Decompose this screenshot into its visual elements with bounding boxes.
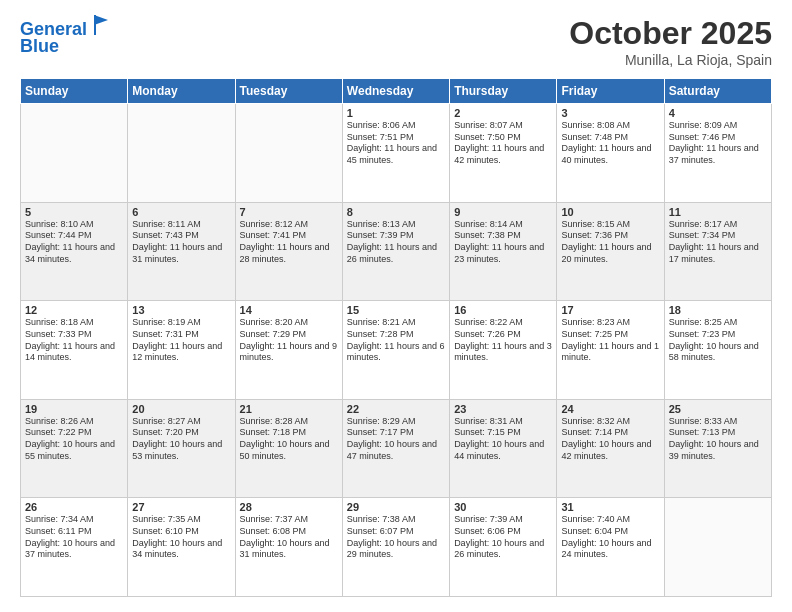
day-info: Sunrise: 8:25 AM Sunset: 7:23 PM Dayligh… <box>669 317 767 364</box>
calendar-cell: 24Sunrise: 8:32 AM Sunset: 7:14 PM Dayli… <box>557 399 664 498</box>
day-number: 5 <box>25 206 123 218</box>
day-number: 15 <box>347 304 445 316</box>
svg-rect-1 <box>94 15 96 35</box>
calendar-cell <box>664 498 771 597</box>
calendar-cell: 22Sunrise: 8:29 AM Sunset: 7:17 PM Dayli… <box>342 399 449 498</box>
day-info: Sunrise: 8:32 AM Sunset: 7:14 PM Dayligh… <box>561 416 659 463</box>
day-info: Sunrise: 8:18 AM Sunset: 7:33 PM Dayligh… <box>25 317 123 364</box>
title-block: October 2025 Munilla, La Rioja, Spain <box>569 15 772 68</box>
svg-marker-0 <box>94 15 108 25</box>
calendar-table: Sunday Monday Tuesday Wednesday Thursday… <box>20 78 772 597</box>
day-number: 7 <box>240 206 338 218</box>
day-info: Sunrise: 7:35 AM Sunset: 6:10 PM Dayligh… <box>132 514 230 561</box>
day-info: Sunrise: 8:06 AM Sunset: 7:51 PM Dayligh… <box>347 120 445 167</box>
day-number: 28 <box>240 501 338 513</box>
week-row-1: 1Sunrise: 8:06 AM Sunset: 7:51 PM Daylig… <box>21 104 772 203</box>
day-info: Sunrise: 8:12 AM Sunset: 7:41 PM Dayligh… <box>240 219 338 266</box>
day-info: Sunrise: 8:26 AM Sunset: 7:22 PM Dayligh… <box>25 416 123 463</box>
header-thursday: Thursday <box>450 79 557 104</box>
calendar-cell: 3Sunrise: 8:08 AM Sunset: 7:48 PM Daylig… <box>557 104 664 203</box>
calendar-cell: 21Sunrise: 8:28 AM Sunset: 7:18 PM Dayli… <box>235 399 342 498</box>
calendar-cell: 13Sunrise: 8:19 AM Sunset: 7:31 PM Dayli… <box>128 301 235 400</box>
day-info: Sunrise: 8:14 AM Sunset: 7:38 PM Dayligh… <box>454 219 552 266</box>
day-number: 30 <box>454 501 552 513</box>
calendar-title: October 2025 <box>569 15 772 52</box>
day-number: 6 <box>132 206 230 218</box>
day-info: Sunrise: 8:31 AM Sunset: 7:15 PM Dayligh… <box>454 416 552 463</box>
header-sunday: Sunday <box>21 79 128 104</box>
day-number: 13 <box>132 304 230 316</box>
calendar-cell: 25Sunrise: 8:33 AM Sunset: 7:13 PM Dayli… <box>664 399 771 498</box>
logo: General Blue <box>20 15 114 57</box>
day-number: 23 <box>454 403 552 415</box>
day-number: 18 <box>669 304 767 316</box>
day-number: 4 <box>669 107 767 119</box>
day-info: Sunrise: 8:29 AM Sunset: 7:17 PM Dayligh… <box>347 416 445 463</box>
day-number: 20 <box>132 403 230 415</box>
day-info: Sunrise: 8:10 AM Sunset: 7:44 PM Dayligh… <box>25 219 123 266</box>
day-number: 31 <box>561 501 659 513</box>
day-number: 1 <box>347 107 445 119</box>
day-info: Sunrise: 8:22 AM Sunset: 7:26 PM Dayligh… <box>454 317 552 364</box>
day-number: 25 <box>669 403 767 415</box>
day-info: Sunrise: 7:40 AM Sunset: 6:04 PM Dayligh… <box>561 514 659 561</box>
week-row-2: 5Sunrise: 8:10 AM Sunset: 7:44 PM Daylig… <box>21 202 772 301</box>
header-monday: Monday <box>128 79 235 104</box>
day-info: Sunrise: 7:38 AM Sunset: 6:07 PM Dayligh… <box>347 514 445 561</box>
week-row-5: 26Sunrise: 7:34 AM Sunset: 6:11 PM Dayli… <box>21 498 772 597</box>
calendar-cell: 19Sunrise: 8:26 AM Sunset: 7:22 PM Dayli… <box>21 399 128 498</box>
day-number: 26 <box>25 501 123 513</box>
day-number: 14 <box>240 304 338 316</box>
page: General Blue October 2025 Munilla, La Ri… <box>0 0 792 612</box>
calendar-cell: 15Sunrise: 8:21 AM Sunset: 7:28 PM Dayli… <box>342 301 449 400</box>
calendar-cell: 31Sunrise: 7:40 AM Sunset: 6:04 PM Dayli… <box>557 498 664 597</box>
day-number: 27 <box>132 501 230 513</box>
header: General Blue October 2025 Munilla, La Ri… <box>20 15 772 68</box>
calendar-cell: 28Sunrise: 7:37 AM Sunset: 6:08 PM Dayli… <box>235 498 342 597</box>
calendar-cell: 2Sunrise: 8:07 AM Sunset: 7:50 PM Daylig… <box>450 104 557 203</box>
day-info: Sunrise: 7:37 AM Sunset: 6:08 PM Dayligh… <box>240 514 338 561</box>
header-wednesday: Wednesday <box>342 79 449 104</box>
calendar-cell: 14Sunrise: 8:20 AM Sunset: 7:29 PM Dayli… <box>235 301 342 400</box>
header-friday: Friday <box>557 79 664 104</box>
calendar-cell: 4Sunrise: 8:09 AM Sunset: 7:46 PM Daylig… <box>664 104 771 203</box>
day-info: Sunrise: 8:21 AM Sunset: 7:28 PM Dayligh… <box>347 317 445 364</box>
calendar-cell: 9Sunrise: 8:14 AM Sunset: 7:38 PM Daylig… <box>450 202 557 301</box>
calendar-cell: 29Sunrise: 7:38 AM Sunset: 6:07 PM Dayli… <box>342 498 449 597</box>
calendar-cell: 16Sunrise: 8:22 AM Sunset: 7:26 PM Dayli… <box>450 301 557 400</box>
day-number: 9 <box>454 206 552 218</box>
calendar-subtitle: Munilla, La Rioja, Spain <box>569 52 772 68</box>
day-info: Sunrise: 8:23 AM Sunset: 7:25 PM Dayligh… <box>561 317 659 364</box>
week-row-3: 12Sunrise: 8:18 AM Sunset: 7:33 PM Dayli… <box>21 301 772 400</box>
day-info: Sunrise: 7:34 AM Sunset: 6:11 PM Dayligh… <box>25 514 123 561</box>
logo-flag-icon <box>94 15 114 35</box>
day-number: 17 <box>561 304 659 316</box>
day-info: Sunrise: 8:17 AM Sunset: 7:34 PM Dayligh… <box>669 219 767 266</box>
day-number: 16 <box>454 304 552 316</box>
day-info: Sunrise: 8:20 AM Sunset: 7:29 PM Dayligh… <box>240 317 338 364</box>
calendar-cell: 27Sunrise: 7:35 AM Sunset: 6:10 PM Dayli… <box>128 498 235 597</box>
day-number: 29 <box>347 501 445 513</box>
day-info: Sunrise: 8:09 AM Sunset: 7:46 PM Dayligh… <box>669 120 767 167</box>
calendar-cell: 17Sunrise: 8:23 AM Sunset: 7:25 PM Dayli… <box>557 301 664 400</box>
day-number: 11 <box>669 206 767 218</box>
calendar-cell: 6Sunrise: 8:11 AM Sunset: 7:43 PM Daylig… <box>128 202 235 301</box>
calendar-cell: 11Sunrise: 8:17 AM Sunset: 7:34 PM Dayli… <box>664 202 771 301</box>
day-number: 22 <box>347 403 445 415</box>
calendar-cell: 12Sunrise: 8:18 AM Sunset: 7:33 PM Dayli… <box>21 301 128 400</box>
day-number: 3 <box>561 107 659 119</box>
header-saturday: Saturday <box>664 79 771 104</box>
calendar-cell: 7Sunrise: 8:12 AM Sunset: 7:41 PM Daylig… <box>235 202 342 301</box>
header-tuesday: Tuesday <box>235 79 342 104</box>
calendar-cell: 30Sunrise: 7:39 AM Sunset: 6:06 PM Dayli… <box>450 498 557 597</box>
day-info: Sunrise: 8:19 AM Sunset: 7:31 PM Dayligh… <box>132 317 230 364</box>
week-row-4: 19Sunrise: 8:26 AM Sunset: 7:22 PM Dayli… <box>21 399 772 498</box>
day-info: Sunrise: 8:27 AM Sunset: 7:20 PM Dayligh… <box>132 416 230 463</box>
day-number: 2 <box>454 107 552 119</box>
day-number: 24 <box>561 403 659 415</box>
day-info: Sunrise: 8:13 AM Sunset: 7:39 PM Dayligh… <box>347 219 445 266</box>
day-info: Sunrise: 8:08 AM Sunset: 7:48 PM Dayligh… <box>561 120 659 167</box>
day-number: 21 <box>240 403 338 415</box>
day-info: Sunrise: 8:15 AM Sunset: 7:36 PM Dayligh… <box>561 219 659 266</box>
calendar-cell: 1Sunrise: 8:06 AM Sunset: 7:51 PM Daylig… <box>342 104 449 203</box>
